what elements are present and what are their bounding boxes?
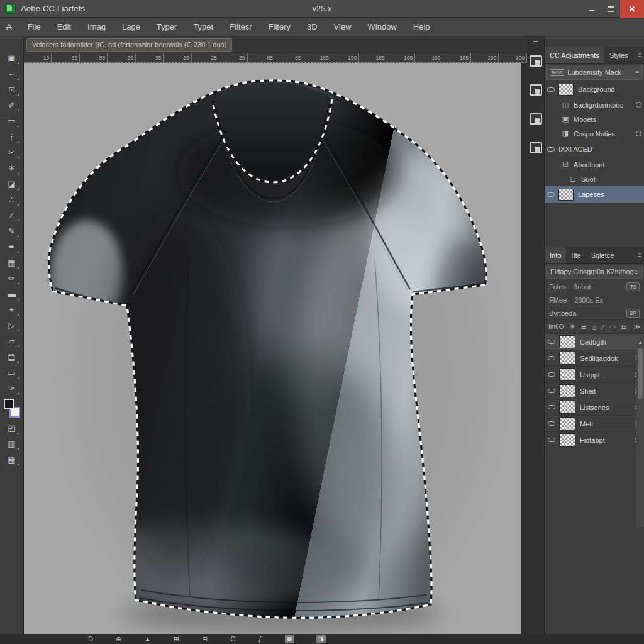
- menu-image[interactable]: Imag: [79, 22, 114, 31]
- image-icon[interactable]: ▩: [285, 635, 294, 643]
- slash-icon[interactable]: ∕: [602, 323, 604, 331]
- layer-row[interactable]: Fidtabpt: [545, 432, 644, 448]
- rect-icon[interactable]: ▭: [609, 323, 615, 331]
- layer-thumbnail[interactable]: [559, 384, 575, 397]
- panel-menu-icon[interactable]: ≡: [638, 247, 644, 263]
- info-row-button[interactable]: 2P: [626, 309, 640, 318]
- move-tool-icon[interactable]: ₳: [6, 22, 12, 31]
- menu-type[interactable]: Typer: [148, 22, 186, 31]
- hand-tool-icon[interactable]: ◰: [4, 420, 20, 436]
- layer-row[interactable]: Background: [545, 81, 644, 97]
- layer-row[interactable]: Ustppt: [545, 367, 644, 383]
- layer-row-selected[interactable]: Lapeses: [545, 186, 644, 203]
- pen-alt-tool-icon[interactable]: ✑: [4, 380, 20, 396]
- tool-options-field[interactable]: Velocers fodorotkler (IC, ad (fertenselo…: [26, 38, 232, 52]
- tab-info[interactable]: Info: [545, 247, 566, 263]
- layer-row[interactable]: Mett: [545, 416, 644, 432]
- menu-type-alt[interactable]: Typet: [185, 22, 221, 31]
- more-icon[interactable]: ≫: [634, 323, 640, 330]
- layer-thumbnail[interactable]: [559, 417, 575, 430]
- healing-tool-icon[interactable]: ▭: [4, 113, 20, 129]
- layer-thumbnail[interactable]: [559, 433, 575, 447]
- layer-thumbnail[interactable]: [558, 189, 574, 201]
- layer-thumbnail[interactable]: [559, 368, 575, 381]
- scrollbar-thumb[interactable]: [638, 348, 643, 399]
- canvas-scrollbar[interactable]: [521, 63, 527, 634]
- block-alt-tool-icon[interactable]: ▦: [4, 452, 20, 467]
- tab-sqletce[interactable]: Sqletce: [586, 247, 619, 263]
- canvas[interactable]: [24, 63, 521, 634]
- eyedropper-tool-icon[interactable]: ✐: [4, 97, 20, 113]
- layer-row[interactable]: ◻ Suot: [545, 172, 644, 186]
- rotate-icon[interactable]: C: [231, 635, 236, 643]
- fx-icon[interactable]: ƒ: [258, 635, 262, 643]
- visibility-toggle-icon[interactable]: [548, 356, 555, 360]
- close-button[interactable]: ✕: [620, 0, 644, 18]
- marquee-tool-icon[interactable]: ▣: [4, 50, 20, 66]
- image-alt-icon[interactable]: ◨: [316, 635, 326, 643]
- visibility-toggle-icon[interactable]: [548, 389, 555, 393]
- visibility-toggle-icon[interactable]: [548, 421, 555, 426]
- info-field[interactable]: Fidapy Closgrp0a K2tsthog ≡: [546, 265, 643, 279]
- mask-bar[interactable]: RGB Lubdamsity Mack ≡: [546, 65, 643, 80]
- collapse-dock-icon[interactable]: ‒: [533, 36, 538, 47]
- menu-file[interactable]: File: [19, 22, 49, 31]
- menu-filter[interactable]: Filtesr: [221, 22, 260, 31]
- visibility-toggle-icon[interactable]: [547, 87, 555, 92]
- layer-status-icon[interactable]: [636, 102, 641, 108]
- line-tool-icon[interactable]: ∕: [4, 208, 20, 223]
- layers-scrollbar[interactable]: ▲: [636, 338, 644, 527]
- layer-row[interactable]: ☑ Abodloont: [545, 157, 644, 172]
- menu-3d[interactable]: 3D: [299, 22, 326, 31]
- table-tool-icon[interactable]: ▤: [4, 349, 20, 365]
- minimize-button[interactable]: –: [582, 0, 601, 18]
- counter-tool-icon[interactable]: ⋮: [4, 129, 20, 145]
- type-mask-tool-icon[interactable]: ∴: [4, 192, 20, 208]
- layer-row[interactable]: ▣ Mooets: [545, 112, 644, 126]
- layer-row[interactable]: Sedligaddok: [545, 350, 644, 367]
- color-swatches[interactable]: [4, 399, 20, 418]
- shape-tool-icon[interactable]: ▬: [4, 286, 20, 302]
- tab-itte[interactable]: Itte: [566, 247, 586, 263]
- visibility-toggle-icon[interactable]: [548, 372, 555, 377]
- clone-stamp-tool-icon[interactable]: ✂: [4, 145, 20, 160]
- pen-tool-icon[interactable]: ✒: [4, 239, 20, 255]
- info-field-menu-icon[interactable]: ≡: [635, 269, 638, 275]
- gear-icon[interactable]: ✳: [569, 323, 575, 331]
- mask-menu-icon[interactable]: ≡: [635, 69, 639, 76]
- scroll-up-icon[interactable]: ▲: [636, 340, 644, 345]
- crop-tool-icon[interactable]: ⊡: [4, 82, 20, 97]
- menu-view[interactable]: View: [326, 22, 360, 31]
- warp-icon[interactable]: ▲: [144, 635, 151, 643]
- layer-row[interactable]: ◫ Bacligrdonntooc: [545, 97, 644, 112]
- grid-icon[interactable]: ⊞: [581, 323, 587, 331]
- grid-tool-icon[interactable]: ▦: [4, 255, 20, 270]
- layer-row-selected[interactable]: Cedbgth ✕: [545, 334, 644, 350]
- block-tool-icon[interactable]: ▥: [4, 436, 20, 452]
- polygon-tool-icon[interactable]: ▷: [4, 318, 20, 333]
- menu-layer[interactable]: Lage: [114, 22, 148, 31]
- menu-help[interactable]: Help: [405, 22, 438, 31]
- grid-icon[interactable]: ⊞: [174, 635, 179, 643]
- brush-tool-icon[interactable]: ✏: [4, 270, 20, 286]
- layer-thumbnail[interactable]: [559, 401, 575, 414]
- checkbox-icon[interactable]: ☑: [561, 160, 570, 169]
- visibility-toggle-icon[interactable]: [548, 438, 555, 442]
- layer-row[interactable]: Listsenes: [545, 399, 644, 416]
- foreground-color-swatch[interactable]: [4, 399, 14, 409]
- layer-thumbnail[interactable]: [558, 84, 574, 96]
- dock-panel-icon-4[interactable]: [530, 142, 542, 153]
- visibility-toggle-icon[interactable]: [547, 147, 555, 152]
- target-icon[interactable]: ⊕: [116, 635, 121, 643]
- layer-thumbnail[interactable]: [559, 352, 575, 365]
- info-row-button[interactable]: T9: [626, 282, 640, 291]
- layer-row[interactable]: Sheit: [545, 383, 644, 399]
- layer-status-icon[interactable]: [636, 131, 641, 136]
- stamp-icon[interactable]: ⌂: [592, 323, 597, 331]
- maximize-button[interactable]: [601, 0, 620, 18]
- menu-filter-alt[interactable]: Filtery: [260, 22, 299, 31]
- panel-menu-icon[interactable]: ≡: [638, 47, 644, 63]
- layer-row[interactable]: ◨ Cospo Noties: [545, 126, 644, 141]
- grid-alt-icon[interactable]: ⊟: [202, 635, 208, 643]
- dock-panel-icon-1[interactable]: [530, 55, 542, 67]
